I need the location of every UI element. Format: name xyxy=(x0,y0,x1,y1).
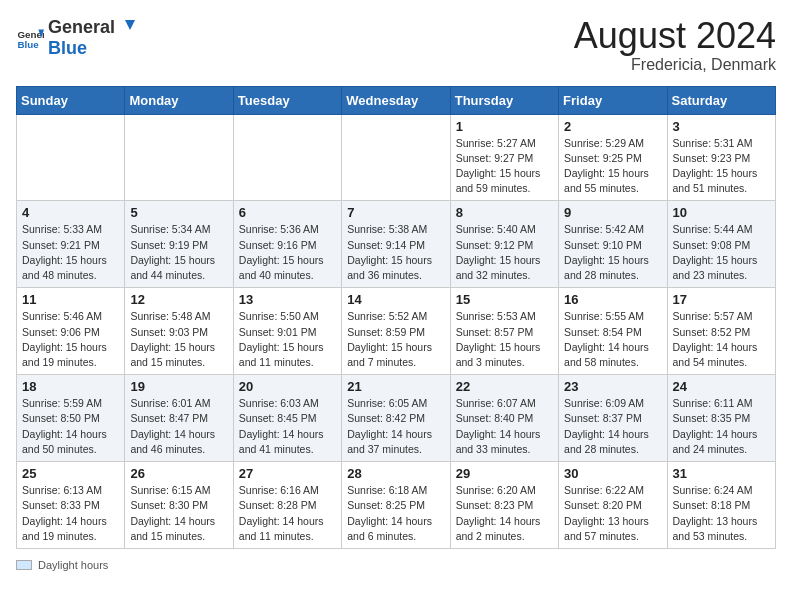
title-block: August 2024 Fredericia, Denmark xyxy=(574,16,776,74)
day-info: Sunrise: 6:24 AM Sunset: 8:18 PM Dayligh… xyxy=(673,483,770,544)
col-thursday: Thursday xyxy=(450,86,558,114)
calendar-table: Sunday Monday Tuesday Wednesday Thursday… xyxy=(16,86,776,549)
calendar-week-row: 25Sunrise: 6:13 AM Sunset: 8:33 PM Dayli… xyxy=(17,462,776,549)
day-info: Sunrise: 5:55 AM Sunset: 8:54 PM Dayligh… xyxy=(564,309,661,370)
day-info: Sunrise: 6:13 AM Sunset: 8:33 PM Dayligh… xyxy=(22,483,119,544)
table-row: 16Sunrise: 5:55 AM Sunset: 8:54 PM Dayli… xyxy=(559,288,667,375)
table-row: 5Sunrise: 5:34 AM Sunset: 9:19 PM Daylig… xyxy=(125,201,233,288)
table-row: 11Sunrise: 5:46 AM Sunset: 9:06 PM Dayli… xyxy=(17,288,125,375)
footer: Daylight hours xyxy=(16,559,776,571)
table-row: 28Sunrise: 6:18 AM Sunset: 8:25 PM Dayli… xyxy=(342,462,450,549)
day-info: Sunrise: 6:01 AM Sunset: 8:47 PM Dayligh… xyxy=(130,396,227,457)
svg-marker-3 xyxy=(125,20,135,30)
day-info: Sunrise: 5:36 AM Sunset: 9:16 PM Dayligh… xyxy=(239,222,336,283)
day-info: Sunrise: 5:42 AM Sunset: 9:10 PM Dayligh… xyxy=(564,222,661,283)
day-number: 8 xyxy=(456,205,553,220)
day-number: 10 xyxy=(673,205,770,220)
col-wednesday: Wednesday xyxy=(342,86,450,114)
table-row xyxy=(233,114,341,201)
table-row: 22Sunrise: 6:07 AM Sunset: 8:40 PM Dayli… xyxy=(450,375,558,462)
day-number: 30 xyxy=(564,466,661,481)
day-info: Sunrise: 6:05 AM Sunset: 8:42 PM Dayligh… xyxy=(347,396,444,457)
table-row: 6Sunrise: 5:36 AM Sunset: 9:16 PM Daylig… xyxy=(233,201,341,288)
table-row xyxy=(17,114,125,201)
day-info: Sunrise: 6:16 AM Sunset: 8:28 PM Dayligh… xyxy=(239,483,336,544)
day-info: Sunrise: 5:52 AM Sunset: 8:59 PM Dayligh… xyxy=(347,309,444,370)
day-number: 19 xyxy=(130,379,227,394)
table-row: 21Sunrise: 6:05 AM Sunset: 8:42 PM Dayli… xyxy=(342,375,450,462)
table-row: 3Sunrise: 5:31 AM Sunset: 9:23 PM Daylig… xyxy=(667,114,775,201)
table-row xyxy=(342,114,450,201)
table-row: 13Sunrise: 5:50 AM Sunset: 9:01 PM Dayli… xyxy=(233,288,341,375)
day-number: 23 xyxy=(564,379,661,394)
day-info: Sunrise: 6:11 AM Sunset: 8:35 PM Dayligh… xyxy=(673,396,770,457)
table-row: 2Sunrise: 5:29 AM Sunset: 9:25 PM Daylig… xyxy=(559,114,667,201)
table-row: 27Sunrise: 6:16 AM Sunset: 8:28 PM Dayli… xyxy=(233,462,341,549)
table-row: 10Sunrise: 5:44 AM Sunset: 9:08 PM Dayli… xyxy=(667,201,775,288)
logo-general-text: General xyxy=(48,17,115,38)
table-row: 23Sunrise: 6:09 AM Sunset: 8:37 PM Dayli… xyxy=(559,375,667,462)
day-info: Sunrise: 5:46 AM Sunset: 9:06 PM Dayligh… xyxy=(22,309,119,370)
table-row: 7Sunrise: 5:38 AM Sunset: 9:14 PM Daylig… xyxy=(342,201,450,288)
calendar-week-row: 11Sunrise: 5:46 AM Sunset: 9:06 PM Dayli… xyxy=(17,288,776,375)
day-number: 16 xyxy=(564,292,661,307)
legend-box xyxy=(16,560,32,570)
day-info: Sunrise: 5:53 AM Sunset: 8:57 PM Dayligh… xyxy=(456,309,553,370)
day-number: 14 xyxy=(347,292,444,307)
table-row: 14Sunrise: 5:52 AM Sunset: 8:59 PM Dayli… xyxy=(342,288,450,375)
logo-icon: General Blue xyxy=(16,24,44,52)
page-title: August 2024 xyxy=(574,16,776,56)
day-info: Sunrise: 5:59 AM Sunset: 8:50 PM Dayligh… xyxy=(22,396,119,457)
table-row: 19Sunrise: 6:01 AM Sunset: 8:47 PM Dayli… xyxy=(125,375,233,462)
table-row: 20Sunrise: 6:03 AM Sunset: 8:45 PM Dayli… xyxy=(233,375,341,462)
page-header: General Blue General Blue August 2024 Fr… xyxy=(16,16,776,74)
day-info: Sunrise: 6:09 AM Sunset: 8:37 PM Dayligh… xyxy=(564,396,661,457)
day-number: 13 xyxy=(239,292,336,307)
day-info: Sunrise: 5:44 AM Sunset: 9:08 PM Dayligh… xyxy=(673,222,770,283)
day-info: Sunrise: 6:20 AM Sunset: 8:23 PM Dayligh… xyxy=(456,483,553,544)
table-row: 18Sunrise: 5:59 AM Sunset: 8:50 PM Dayli… xyxy=(17,375,125,462)
table-row: 30Sunrise: 6:22 AM Sunset: 8:20 PM Dayli… xyxy=(559,462,667,549)
day-number: 18 xyxy=(22,379,119,394)
day-number: 2 xyxy=(564,119,661,134)
logo-wave-icon xyxy=(115,16,137,38)
day-info: Sunrise: 6:03 AM Sunset: 8:45 PM Dayligh… xyxy=(239,396,336,457)
day-info: Sunrise: 5:33 AM Sunset: 9:21 PM Dayligh… xyxy=(22,222,119,283)
table-row: 26Sunrise: 6:15 AM Sunset: 8:30 PM Dayli… xyxy=(125,462,233,549)
day-info: Sunrise: 5:50 AM Sunset: 9:01 PM Dayligh… xyxy=(239,309,336,370)
day-info: Sunrise: 5:38 AM Sunset: 9:14 PM Dayligh… xyxy=(347,222,444,283)
day-number: 3 xyxy=(673,119,770,134)
day-info: Sunrise: 5:48 AM Sunset: 9:03 PM Dayligh… xyxy=(130,309,227,370)
day-info: Sunrise: 5:40 AM Sunset: 9:12 PM Dayligh… xyxy=(456,222,553,283)
day-info: Sunrise: 6:22 AM Sunset: 8:20 PM Dayligh… xyxy=(564,483,661,544)
table-row: 17Sunrise: 5:57 AM Sunset: 8:52 PM Dayli… xyxy=(667,288,775,375)
day-number: 4 xyxy=(22,205,119,220)
day-number: 22 xyxy=(456,379,553,394)
day-number: 9 xyxy=(564,205,661,220)
svg-text:Blue: Blue xyxy=(17,38,39,49)
day-info: Sunrise: 5:27 AM Sunset: 9:27 PM Dayligh… xyxy=(456,136,553,197)
table-row: 9Sunrise: 5:42 AM Sunset: 9:10 PM Daylig… xyxy=(559,201,667,288)
col-tuesday: Tuesday xyxy=(233,86,341,114)
day-info: Sunrise: 6:18 AM Sunset: 8:25 PM Dayligh… xyxy=(347,483,444,544)
col-friday: Friday xyxy=(559,86,667,114)
day-info: Sunrise: 5:31 AM Sunset: 9:23 PM Dayligh… xyxy=(673,136,770,197)
day-number: 26 xyxy=(130,466,227,481)
day-info: Sunrise: 5:29 AM Sunset: 9:25 PM Dayligh… xyxy=(564,136,661,197)
table-row: 31Sunrise: 6:24 AM Sunset: 8:18 PM Dayli… xyxy=(667,462,775,549)
col-saturday: Saturday xyxy=(667,86,775,114)
day-number: 5 xyxy=(130,205,227,220)
day-number: 6 xyxy=(239,205,336,220)
table-row: 24Sunrise: 6:11 AM Sunset: 8:35 PM Dayli… xyxy=(667,375,775,462)
day-number: 11 xyxy=(22,292,119,307)
day-number: 28 xyxy=(347,466,444,481)
day-info: Sunrise: 6:15 AM Sunset: 8:30 PM Dayligh… xyxy=(130,483,227,544)
table-row: 29Sunrise: 6:20 AM Sunset: 8:23 PM Dayli… xyxy=(450,462,558,549)
day-number: 31 xyxy=(673,466,770,481)
day-number: 27 xyxy=(239,466,336,481)
day-number: 21 xyxy=(347,379,444,394)
col-monday: Monday xyxy=(125,86,233,114)
day-info: Sunrise: 5:34 AM Sunset: 9:19 PM Dayligh… xyxy=(130,222,227,283)
day-number: 29 xyxy=(456,466,553,481)
table-row xyxy=(125,114,233,201)
